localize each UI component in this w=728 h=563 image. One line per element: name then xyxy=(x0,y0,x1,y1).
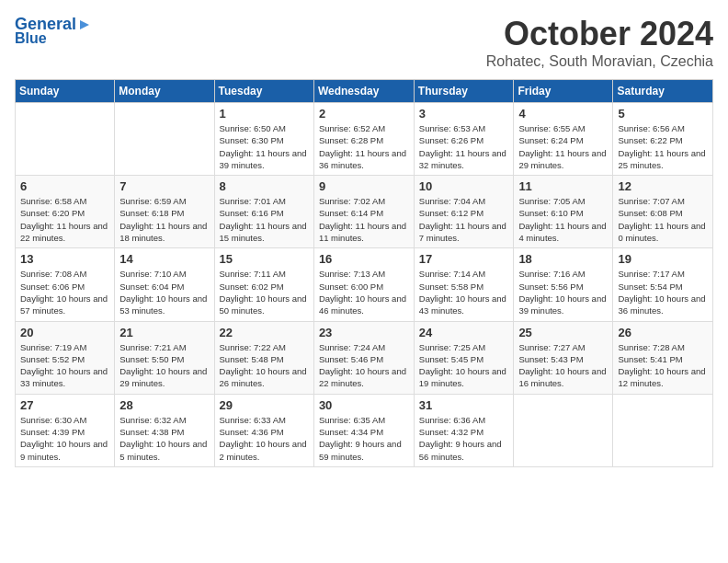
day-number: 23 xyxy=(319,326,409,339)
day-number: 9 xyxy=(319,179,409,193)
day-number: 2 xyxy=(319,107,409,121)
calendar-header-row: SundayMondayTuesdayWednesdayThursdayFrid… xyxy=(16,80,713,103)
day-cell: 29Sunrise: 6:33 AM Sunset: 4:36 PM Dayli… xyxy=(214,394,313,466)
day-detail: Sunrise: 7:21 AM Sunset: 5:50 PM Dayligh… xyxy=(119,341,209,390)
day-number: 31 xyxy=(419,398,509,412)
day-detail: Sunrise: 7:05 AM Sunset: 6:10 PM Dayligh… xyxy=(518,195,608,244)
day-detail: Sunrise: 7:10 AM Sunset: 6:04 PM Dayligh… xyxy=(119,268,209,316)
day-cell: 18Sunrise: 7:16 AM Sunset: 5:56 PM Dayli… xyxy=(514,248,613,321)
day-detail: Sunrise: 7:25 AM Sunset: 5:45 PM Dayligh… xyxy=(419,341,509,390)
day-cell: 9Sunrise: 7:02 AM Sunset: 6:14 PM Daylig… xyxy=(313,176,414,248)
day-cell: 1Sunrise: 6:50 AM Sunset: 6:30 PM Daylig… xyxy=(214,103,313,176)
day-cell: 27Sunrise: 6:30 AM Sunset: 4:39 PM Dayli… xyxy=(16,394,115,466)
day-cell: 13Sunrise: 7:08 AM Sunset: 6:06 PM Dayli… xyxy=(16,248,115,321)
day-number: 17 xyxy=(419,252,509,266)
day-cell: 10Sunrise: 7:04 AM Sunset: 6:12 PM Dayli… xyxy=(414,176,514,248)
day-number: 7 xyxy=(119,179,209,193)
day-detail: Sunrise: 6:30 AM Sunset: 4:39 PM Dayligh… xyxy=(20,414,109,463)
day-cell: 25Sunrise: 7:27 AM Sunset: 5:43 PM Dayli… xyxy=(514,321,613,394)
day-number: 18 xyxy=(518,252,608,266)
header-sunday: Sunday xyxy=(16,80,115,103)
day-detail: Sunrise: 6:36 AM Sunset: 4:32 PM Dayligh… xyxy=(419,414,509,463)
day-number: 4 xyxy=(518,107,608,121)
day-number: 8 xyxy=(220,179,309,193)
day-cell: 21Sunrise: 7:21 AM Sunset: 5:50 PM Dayli… xyxy=(115,321,214,394)
day-number: 10 xyxy=(419,179,509,193)
day-detail: Sunrise: 7:27 AM Sunset: 5:43 PM Dayligh… xyxy=(518,341,608,390)
svg-marker-0 xyxy=(80,20,89,29)
day-detail: Sunrise: 7:11 AM Sunset: 6:02 PM Dayligh… xyxy=(220,268,309,316)
day-number: 20 xyxy=(20,326,109,339)
day-number: 26 xyxy=(618,326,708,339)
header-monday: Monday xyxy=(115,80,214,103)
day-number: 25 xyxy=(518,326,608,339)
day-cell: 2Sunrise: 6:52 AM Sunset: 6:28 PM Daylig… xyxy=(313,103,414,176)
logo: General Blue xyxy=(15,15,93,47)
day-detail: Sunrise: 6:58 AM Sunset: 6:20 PM Dayligh… xyxy=(20,195,109,244)
day-detail: Sunrise: 6:59 AM Sunset: 6:18 PM Dayligh… xyxy=(119,195,209,244)
week-row-2: 6Sunrise: 6:58 AM Sunset: 6:20 PM Daylig… xyxy=(16,176,713,248)
day-cell: 3Sunrise: 6:53 AM Sunset: 6:26 PM Daylig… xyxy=(414,103,514,176)
day-detail: Sunrise: 6:35 AM Sunset: 4:34 PM Dayligh… xyxy=(319,414,409,463)
day-cell: 22Sunrise: 7:22 AM Sunset: 5:48 PM Dayli… xyxy=(214,321,313,394)
day-detail: Sunrise: 7:13 AM Sunset: 6:00 PM Dayligh… xyxy=(319,268,409,316)
day-detail: Sunrise: 7:02 AM Sunset: 6:14 PM Dayligh… xyxy=(319,195,409,244)
day-cell: 8Sunrise: 7:01 AM Sunset: 6:16 PM Daylig… xyxy=(214,176,313,248)
day-cell xyxy=(16,103,115,176)
day-cell: 6Sunrise: 6:58 AM Sunset: 6:20 PM Daylig… xyxy=(16,176,115,248)
day-cell: 11Sunrise: 7:05 AM Sunset: 6:10 PM Dayli… xyxy=(514,176,613,248)
day-cell: 19Sunrise: 7:17 AM Sunset: 5:54 PM Dayli… xyxy=(613,248,713,321)
day-number: 3 xyxy=(419,107,509,121)
day-detail: Sunrise: 7:14 AM Sunset: 5:58 PM Dayligh… xyxy=(419,268,509,316)
week-row-4: 20Sunrise: 7:19 AM Sunset: 5:52 PM Dayli… xyxy=(16,321,713,394)
day-number: 15 xyxy=(220,252,309,266)
day-detail: Sunrise: 6:50 AM Sunset: 6:30 PM Dayligh… xyxy=(220,122,309,171)
day-cell: 4Sunrise: 6:55 AM Sunset: 6:24 PM Daylig… xyxy=(514,103,613,176)
day-detail: Sunrise: 6:32 AM Sunset: 4:38 PM Dayligh… xyxy=(119,414,209,463)
header-friday: Friday xyxy=(514,80,613,103)
day-detail: Sunrise: 7:19 AM Sunset: 5:52 PM Dayligh… xyxy=(20,341,109,390)
day-number: 29 xyxy=(220,398,309,412)
day-detail: Sunrise: 6:55 AM Sunset: 6:24 PM Dayligh… xyxy=(518,122,608,171)
day-detail: Sunrise: 7:07 AM Sunset: 6:08 PM Dayligh… xyxy=(618,195,708,244)
day-cell xyxy=(613,394,713,466)
day-detail: Sunrise: 6:56 AM Sunset: 6:22 PM Dayligh… xyxy=(618,122,708,171)
day-number: 22 xyxy=(220,326,309,339)
day-detail: Sunrise: 7:28 AM Sunset: 5:41 PM Dayligh… xyxy=(618,341,708,390)
day-number: 6 xyxy=(20,179,109,193)
day-number: 11 xyxy=(518,179,608,193)
header-wednesday: Wednesday xyxy=(313,80,414,103)
day-detail: Sunrise: 7:22 AM Sunset: 5:48 PM Dayligh… xyxy=(220,341,309,390)
day-cell: 23Sunrise: 7:24 AM Sunset: 5:46 PM Dayli… xyxy=(313,321,414,394)
day-number: 16 xyxy=(319,252,409,266)
day-number: 5 xyxy=(618,107,708,121)
day-cell: 17Sunrise: 7:14 AM Sunset: 5:58 PM Dayli… xyxy=(414,248,514,321)
page-header: General Blue October 2024 Rohatec, South… xyxy=(15,15,713,70)
day-number: 24 xyxy=(419,326,509,339)
day-cell: 5Sunrise: 6:56 AM Sunset: 6:22 PM Daylig… xyxy=(613,103,713,176)
day-cell: 7Sunrise: 6:59 AM Sunset: 6:18 PM Daylig… xyxy=(115,176,214,248)
day-cell: 14Sunrise: 7:10 AM Sunset: 6:04 PM Dayli… xyxy=(115,248,214,321)
day-cell: 12Sunrise: 7:07 AM Sunset: 6:08 PM Dayli… xyxy=(613,176,713,248)
day-number: 12 xyxy=(618,179,708,193)
day-number: 21 xyxy=(119,326,209,339)
week-row-1: 1Sunrise: 6:50 AM Sunset: 6:30 PM Daylig… xyxy=(16,103,713,176)
day-cell: 20Sunrise: 7:19 AM Sunset: 5:52 PM Dayli… xyxy=(16,321,115,394)
day-detail: Sunrise: 7:01 AM Sunset: 6:16 PM Dayligh… xyxy=(220,195,309,244)
logo-arrow-icon xyxy=(76,17,93,33)
day-cell xyxy=(115,103,214,176)
logo-blue-text: Blue xyxy=(15,30,47,46)
day-cell: 26Sunrise: 7:28 AM Sunset: 5:41 PM Dayli… xyxy=(613,321,713,394)
day-detail: Sunrise: 6:52 AM Sunset: 6:28 PM Dayligh… xyxy=(319,122,409,171)
header-tuesday: Tuesday xyxy=(214,80,313,103)
location-subtitle: Rohatec, South Moravian, Czechia xyxy=(486,53,713,70)
day-number: 19 xyxy=(618,252,708,266)
day-number: 1 xyxy=(220,107,309,121)
day-number: 14 xyxy=(119,252,209,266)
week-row-3: 13Sunrise: 7:08 AM Sunset: 6:06 PM Dayli… xyxy=(16,248,713,321)
month-title: October 2024 xyxy=(486,15,713,53)
day-cell: 31Sunrise: 6:36 AM Sunset: 4:32 PM Dayli… xyxy=(414,394,514,466)
day-number: 27 xyxy=(20,398,109,412)
day-detail: Sunrise: 7:08 AM Sunset: 6:06 PM Dayligh… xyxy=(20,268,109,316)
header-saturday: Saturday xyxy=(613,80,713,103)
